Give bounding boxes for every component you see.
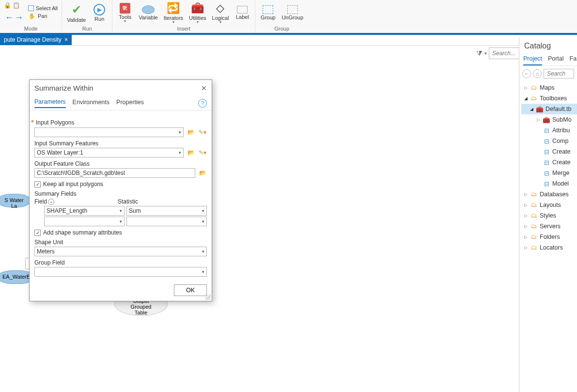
catalog-tab-project[interactable]: Project bbox=[523, 55, 542, 65]
keep-all-checkbox[interactable]: ✓ bbox=[34, 181, 41, 188]
tree-maps[interactable]: ▷🗂Maps bbox=[521, 82, 577, 93]
catalog-tab-portal[interactable]: Portal bbox=[548, 55, 564, 65]
dialog-resize-grip[interactable] bbox=[205, 294, 211, 300]
input-summary-browse-icon[interactable]: 📂 bbox=[187, 148, 195, 157]
tab-close-icon[interactable]: × bbox=[64, 36, 68, 43]
pan-button[interactable]: ✋ Pan bbox=[28, 12, 47, 20]
shape-unit-value: Meters bbox=[37, 248, 55, 255]
tab-parameters[interactable]: Parameters bbox=[34, 98, 66, 108]
tree-styles[interactable]: ▷🗂Styles bbox=[521, 210, 577, 221]
input-polygons-combo[interactable]: ▾ bbox=[34, 127, 184, 137]
keep-all-label: Keep all input polygons bbox=[43, 181, 103, 188]
catalog-search[interactable] bbox=[544, 69, 574, 78]
filter-icon[interactable]: ⧩ bbox=[476, 49, 483, 58]
nav-back-icon[interactable]: ← bbox=[5, 13, 14, 23]
label-label: Label bbox=[236, 14, 249, 20]
tree-databases[interactable]: ▷🗂Databases bbox=[521, 189, 577, 200]
variable-icon bbox=[142, 5, 155, 14]
tree-servers[interactable]: ▷🗂Servers bbox=[521, 221, 577, 232]
input-summary-features-combo[interactable]: OS Water Layer:1▾ bbox=[34, 148, 184, 157]
summary-stat-1-combo[interactable]: ▾ bbox=[126, 217, 207, 226]
tree-default-tbx[interactable]: ◢🧰Default.tb bbox=[521, 104, 577, 114]
tab-drainage-density[interactable]: pute Drainage Density × bbox=[0, 34, 72, 45]
tree-model[interactable]: ⊟Model bbox=[521, 178, 577, 189]
ungroup-button[interactable]: UnGroup bbox=[279, 4, 306, 20]
utilities-button[interactable]: 🧰 Utilities ▾ bbox=[186, 1, 209, 24]
label-button[interactable]: Label bbox=[232, 5, 253, 20]
input-polygons-browse-icon[interactable]: 📂 bbox=[187, 128, 195, 137]
summary-field-0-combo[interactable]: SHAPE_Length▾ bbox=[44, 206, 125, 216]
tab-properties[interactable]: Properties bbox=[116, 99, 144, 108]
lbl-output-feature-class: Output Feature Class bbox=[34, 160, 90, 167]
tree-create1[interactable]: ⊟Create bbox=[521, 146, 577, 157]
logical-button[interactable]: ◇ Logical ▾ bbox=[209, 1, 232, 24]
tools-button[interactable]: 🛠 Tools ▾ bbox=[114, 2, 136, 23]
utilities-icon: 🧰 bbox=[191, 2, 204, 15]
ribbon-group-mode-title: Mode bbox=[2, 25, 60, 33]
ribbon-group-insert: 🛠 Tools ▾ Variable 🔁 Iterators ▾ 🧰 Utili… bbox=[112, 0, 255, 33]
output-feature-class-input[interactable] bbox=[34, 168, 195, 178]
add-shape-checkbox[interactable]: ✓ bbox=[34, 230, 41, 236]
tree-attrib[interactable]: ⊟Attribu bbox=[521, 125, 577, 136]
tab-title: pute Drainage Density bbox=[4, 36, 62, 43]
variable-button[interactable]: Variable bbox=[136, 4, 161, 20]
tree-submodel[interactable]: ▷🧰SubMo bbox=[521, 114, 577, 125]
ok-button[interactable]: OK bbox=[174, 284, 207, 296]
iterators-button[interactable]: 🔁 Iterators ▾ bbox=[161, 1, 186, 24]
pan-icon: ✋ bbox=[28, 12, 36, 20]
summary-stat-0-combo[interactable]: Sum▾ bbox=[126, 206, 207, 216]
model-icon: ⊟ bbox=[543, 137, 550, 145]
dialog-help-icon[interactable]: ? bbox=[198, 99, 207, 108]
ungroup-label: UnGroup bbox=[281, 15, 303, 20]
catalog-back-icon[interactable]: ← bbox=[522, 69, 531, 78]
shape-unit-combo[interactable]: Meters▾ bbox=[34, 247, 207, 256]
input-summary-edit-icon[interactable]: ✎▾ bbox=[198, 148, 207, 157]
input-polygons-edit-icon[interactable]: ✎▾ bbox=[198, 128, 207, 137]
select-all-button[interactable]: Select All bbox=[28, 5, 58, 11]
filter-dropdown-icon[interactable]: ▾ bbox=[484, 51, 487, 56]
tree-folders[interactable]: ▷🗂Folders bbox=[521, 232, 577, 242]
select-all-icon bbox=[28, 5, 34, 11]
model-canvas[interactable]: ⧩ ▾ 🔍 ▾ ← → S Water La EA_WaterB Output … bbox=[0, 46, 577, 392]
tree-merge[interactable]: ⊟Merge bbox=[521, 168, 577, 178]
summarize-within-dialog: Summarize Within ✕ Parameters Environmen… bbox=[29, 79, 212, 301]
catalog-home-icon[interactable]: ⌂ bbox=[533, 69, 542, 78]
tab-environments[interactable]: Environments bbox=[73, 99, 109, 108]
catalog-search-input[interactable] bbox=[546, 70, 572, 78]
summary-stat-0-value: Sum bbox=[129, 207, 141, 214]
tree-comp[interactable]: ⊟Comp bbox=[521, 136, 577, 146]
dialog-close-icon[interactable]: ✕ bbox=[201, 84, 207, 92]
validate-button[interactable]: ✔ Validate bbox=[64, 2, 89, 23]
group-field-combo[interactable]: ▾ bbox=[34, 267, 207, 277]
workspace: ⧩ ▾ 🔍 ▾ ← → S Water La EA_WaterB Output … bbox=[0, 46, 577, 392]
ribbon-group-run: ✔ Validate ▶ Run Run bbox=[62, 0, 112, 33]
logical-icon: ◇ bbox=[216, 2, 224, 15]
model-icon: ⊟ bbox=[543, 169, 550, 177]
model-variable-water-layer[interactable]: S Water La bbox=[0, 194, 31, 207]
tools-dropdown-icon: ▾ bbox=[124, 19, 126, 23]
dialog-tabs: Parameters Environments Properties ? bbox=[30, 96, 212, 110]
lbl-field: Field bbox=[34, 198, 47, 205]
output-feature-class-browse-icon[interactable]: 📂 bbox=[198, 169, 207, 177]
nav-forward-icon[interactable]: → bbox=[15, 13, 23, 23]
tree-toolboxes[interactable]: ◢🗂Toolboxes bbox=[521, 93, 577, 104]
lbl-input-summary-features: Input Summary Features bbox=[34, 140, 98, 147]
catalog-title: Catalog bbox=[519, 38, 577, 55]
summary-field-1-combo[interactable]: ▾ bbox=[44, 217, 125, 226]
add-shape-checkbox-row[interactable]: ✓ Add shape summary attributes bbox=[34, 229, 207, 236]
catalog-tree: ▷🗂Maps ◢🗂Toolboxes ◢🧰Default.tb ▷🧰SubMo … bbox=[519, 81, 577, 253]
model-icon: ⊟ bbox=[543, 126, 550, 134]
tree-layouts[interactable]: ▷🗂Layouts bbox=[521, 200, 577, 210]
run-button[interactable]: ▶ Run bbox=[89, 3, 110, 22]
tree-locators[interactable]: ▷🗂Locators bbox=[521, 242, 577, 253]
summary-field-0-value: SHAPE_Length bbox=[47, 207, 87, 214]
keep-all-checkbox-row[interactable]: ✓ Keep all input polygons bbox=[34, 181, 207, 188]
cut-icon[interactable]: 📋 bbox=[13, 2, 20, 10]
lock-icon[interactable]: 🔒 bbox=[4, 2, 12, 10]
group-button[interactable]: Group bbox=[257, 4, 279, 20]
catalog-tabs: Project Portal Fa bbox=[519, 55, 577, 66]
field-expand-icon[interactable]: ⌄ bbox=[48, 199, 54, 205]
tree-create2[interactable]: ⊟Create bbox=[521, 157, 577, 168]
catalog-tab-fav[interactable]: Fa bbox=[570, 55, 577, 65]
ribbon-group-mode: 🔒 📋 ← → Select All ✋ Pan Mode bbox=[0, 0, 62, 33]
